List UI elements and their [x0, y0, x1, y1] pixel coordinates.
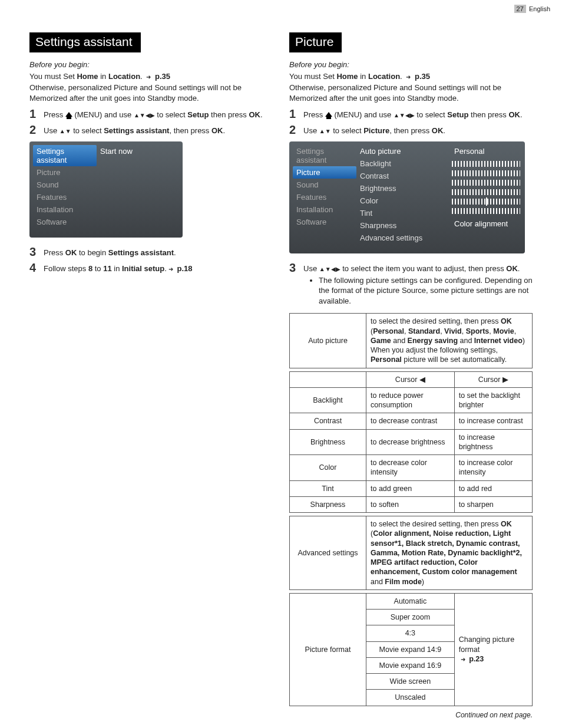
step-1: 1 Press (MENU) and use ▲▼◀▶ to select Se…: [29, 108, 273, 120]
menu-item: Installation: [33, 203, 97, 216]
must-set-line: You must Set Home in Location. p.35: [289, 71, 533, 82]
menu-setting: Advanced settings: [356, 232, 451, 244]
step-3: 3 Press OK to begin Settings assistant.: [29, 246, 273, 258]
setting-desc: to select the desired setting, then pres…: [366, 516, 533, 590]
menu-setting: Sharpness: [356, 219, 451, 232]
setting-desc: to select the desired setting, then pres…: [366, 314, 533, 368]
menu-setting: Tint: [356, 207, 451, 219]
must-set-line: You must Set Home in Location. p.35: [29, 71, 273, 82]
right-column: Picture Before you begin: You must Set H…: [289, 32, 533, 719]
menu-setting: Contrast: [356, 170, 451, 182]
menu-screenshot-picture: Settings assistant Picture Sound Feature…: [289, 141, 525, 253]
home-icon: [325, 112, 332, 117]
table-row: Brightnessto decrease brightnessto incre…: [290, 429, 533, 455]
menu-item: Software: [33, 216, 97, 228]
menu-setting: Brightness: [356, 182, 451, 195]
table-row: Contrastto decrease contrastto increase …: [290, 413, 533, 429]
menu-item: Features: [293, 191, 356, 203]
table-header-row: Cursor ◀ Cursor ▶: [290, 371, 533, 387]
menu-item-selected: Picture: [293, 166, 356, 179]
step-3: 3 Use ▲▼◀▶ to select the item you want t…: [289, 262, 533, 309]
slider-icon: [452, 199, 520, 205]
slider-icon: [452, 189, 520, 195]
menu-setting: Backlight: [356, 157, 451, 170]
page-number: 27: [514, 5, 526, 13]
menu-value: Color alignment: [451, 218, 521, 230]
table-row: Tintto add greento add red: [290, 480, 533, 496]
menu-item: Installation: [293, 203, 356, 216]
arrow-icon: [144, 72, 153, 81]
arrow-icon: [167, 264, 175, 273]
before-you-begin: Before you begin:: [289, 60, 533, 70]
continued-text: Continued on next page.: [289, 711, 533, 719]
step-1: 1 Press (MENU) and use ▲▼◀▶ to select Se…: [289, 108, 533, 120]
step-4: 4 Follow steps 8 to 11 in Initial setup.…: [29, 262, 273, 274]
menu-item: Sound: [293, 179, 356, 191]
page-header: 27 English: [514, 5, 550, 13]
section-title-settings-assistant: Settings assistant: [29, 32, 141, 52]
table-row: Backlightto reduce power consumptionto s…: [290, 387, 533, 413]
slider-icon: [452, 170, 520, 176]
table-row: Picture format Automatic Changing pictur…: [290, 593, 533, 609]
menu-setting: Color: [356, 195, 451, 207]
menu-value: Personal: [451, 145, 521, 157]
cursor-right-header: Cursor ▶: [454, 371, 532, 387]
settings-table: Auto picture to select the desired setti…: [289, 313, 533, 706]
menu-item: Settings assistant: [293, 145, 356, 166]
left-column: Settings assistant Before you begin: You…: [29, 32, 273, 719]
slider-icon: [452, 208, 520, 214]
step-3-bullet: The following picture settings can be co…: [319, 275, 533, 307]
home-icon: [65, 112, 72, 117]
menu-item: Sound: [33, 179, 97, 191]
setting-label: Advanced settings: [290, 516, 366, 590]
step-2: 2 Use ▲▼ to select Settings assistant, t…: [29, 124, 273, 136]
menu-item-settings-assistant: Settings assistant: [33, 145, 97, 166]
table-row: Auto picture to select the desired setti…: [290, 314, 533, 368]
slider-icon: [452, 161, 520, 167]
table-row: Sharpnessto softento sharpen: [290, 496, 533, 512]
slider-icon: [452, 180, 520, 186]
menu-item: Features: [33, 191, 97, 203]
table-row: Advanced settings to select the desired …: [290, 516, 533, 590]
page-lang: English: [529, 5, 550, 12]
before-you-begin: Before you begin:: [29, 60, 273, 70]
menu-value: Start now: [97, 145, 179, 228]
arrow-icon: [459, 655, 467, 663]
section-title-picture: Picture: [289, 32, 342, 52]
arrow-icon: [404, 72, 412, 81]
otherwise-text: Otherwise, personalized Picture and Soun…: [289, 83, 533, 103]
step-2: 2 Use ▲▼ to select Picture, then press O…: [289, 124, 533, 136]
menu-item: Software: [293, 216, 356, 228]
menu-setting: Auto picture: [356, 145, 451, 157]
cursor-left-header: Cursor ◀: [366, 371, 455, 387]
setting-label: Picture format: [290, 593, 366, 706]
otherwise-text: Otherwise, personalized Picture and Soun…: [29, 83, 273, 103]
menu-screenshot-settings-assistant: Settings assistant Picture Sound Feature…: [29, 141, 183, 238]
setting-ref: Changing picture format p.23: [454, 593, 532, 706]
setting-label: Auto picture: [290, 314, 366, 368]
table-row: Colorto decrease color intensityto incre…: [290, 455, 533, 481]
menu-item: Picture: [33, 166, 97, 179]
